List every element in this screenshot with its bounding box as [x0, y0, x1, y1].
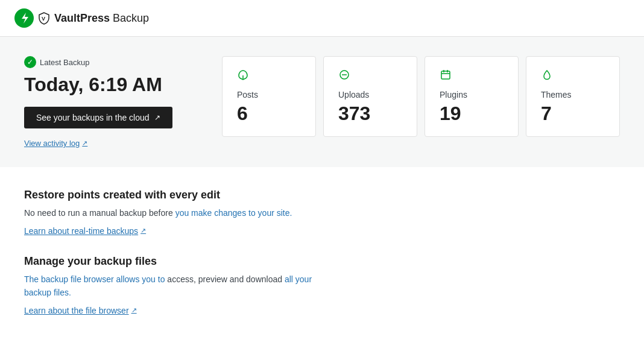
backup-panel: ✓ Latest Backup Today, 6:19 AM See your …: [0, 37, 644, 167]
backup-info: ✓ Latest Backup Today, 6:19 AM See your …: [24, 56, 193, 148]
restore-points-section: Restore points created with every edit N…: [24, 189, 620, 235]
brand-name: VaultPress: [54, 12, 110, 24]
drop-icon: [541, 69, 605, 84]
restore-section-desc: No need to run a manual backup before yo…: [24, 206, 338, 220]
logo: V VaultPress Backup: [14, 8, 149, 28]
check-icon: ✓: [24, 56, 36, 68]
stat-card-posts: Posts 6: [222, 56, 316, 137]
app-title: VaultPress Backup: [54, 12, 149, 25]
changes-link[interactable]: you make changes to your site.: [175, 208, 292, 218]
manage-section-title: Manage your backup files: [24, 255, 620, 268]
manage-backup-section: Manage your backup files The backup file…: [24, 255, 620, 315]
product-name: Backup: [110, 12, 149, 24]
file-browser-external-icon: ↗: [131, 306, 137, 314]
realtime-backups-link[interactable]: Learn about real-time backups ↗: [24, 226, 146, 236]
vaultpress-shield-icon: V: [37, 11, 51, 25]
activity-link-label: View activity log: [24, 139, 80, 148]
external-link-icon: ↗: [154, 113, 160, 122]
activity-log-link[interactable]: View activity log ↗: [24, 139, 87, 148]
latest-badge: ✓ Latest Backup: [24, 56, 193, 68]
svg-rect-5: [441, 71, 450, 79]
backup-time: Today, 6:19 AM: [24, 73, 193, 96]
restore-section-title: Restore points created with every edit: [24, 189, 620, 201]
realtime-link-label: Learn about real-time backups: [24, 226, 138, 236]
uploads-label: Uploads: [338, 90, 402, 100]
themes-value: 7: [541, 103, 605, 124]
minus-circle-icon: [338, 69, 402, 84]
stat-card-plugins: Plugins 19: [425, 56, 519, 137]
themes-label: Themes: [541, 90, 605, 100]
leaf-icon: [237, 69, 301, 84]
svg-text:V: V: [42, 16, 45, 22]
main-content: ✓ Latest Backup Today, 6:19 AM See your …: [0, 37, 644, 354]
uploads-value: 373: [338, 103, 402, 124]
stat-card-themes: Themes 7: [526, 56, 620, 137]
file-browser-link[interactable]: Learn about the file browser ↗: [24, 306, 137, 315]
posts-value: 6: [237, 103, 301, 124]
calendar-icon: [440, 69, 504, 84]
posts-label: Posts: [237, 90, 301, 100]
realtime-external-icon: ↗: [140, 227, 146, 235]
file-browser-link-label: Learn about the file browser: [24, 306, 129, 315]
plugins-value: 19: [440, 103, 504, 124]
manage-section-desc: The backup file browser allows you to ac…: [24, 273, 338, 300]
latest-badge-label: Latest Backup: [40, 58, 89, 67]
vaultpress-bolt-icon: [14, 8, 34, 28]
stats-cards: Posts 6 Uploads 373: [222, 56, 620, 137]
stat-card-uploads: Uploads 373: [323, 56, 417, 137]
plugins-label: Plugins: [440, 90, 504, 100]
app-header: V VaultPress Backup: [0, 0, 644, 37]
cloud-button-label: See your backups in the cloud: [36, 113, 150, 122]
info-sections: Restore points created with every edit N…: [0, 167, 644, 354]
cloud-button[interactable]: See your backups in the cloud ↗: [24, 107, 172, 128]
file-browser-inline-link[interactable]: The backup file browser allows you to: [24, 274, 165, 284]
activity-external-icon: ↗: [82, 139, 87, 147]
